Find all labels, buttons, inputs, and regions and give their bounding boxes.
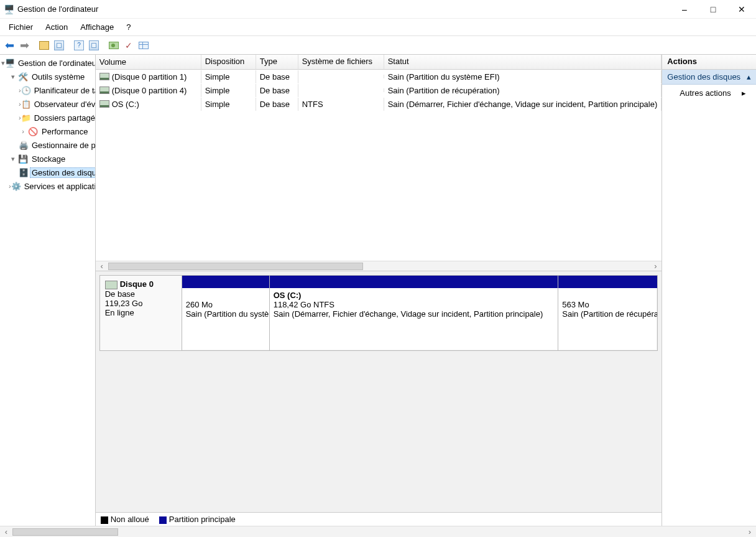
actions-more[interactable]: Autres actions ▸ xyxy=(662,85,756,101)
partition[interactable]: 563 MoSain (Partition de récupération) xyxy=(558,276,657,350)
tree-hscroll[interactable]: ‹› xyxy=(0,526,756,537)
table-row[interactable]: (Disque 0 partition 4)SimpleDe baseSain … xyxy=(96,83,662,97)
col-status[interactable]: Statut xyxy=(384,55,662,69)
disk-info[interactable]: Disque 0 De base 119,23 Go En ligne xyxy=(100,276,182,350)
volume-icon xyxy=(99,73,109,80)
col-dispo[interactable]: Disposition xyxy=(201,55,256,69)
col-type[interactable]: Type xyxy=(256,55,298,69)
tree-scheduler[interactable]: ›🕒Planificateur de tâches xyxy=(0,83,95,97)
center-pane: Volume Disposition Type Système de fichi… xyxy=(96,55,663,526)
disk-type: De base xyxy=(105,289,177,299)
disk-size: 119,23 Go xyxy=(105,299,177,308)
tree-perf-label: Performance xyxy=(40,126,90,137)
window-controls: – □ ✕ xyxy=(670,0,756,19)
help-icon[interactable]: ? xyxy=(72,39,86,52)
tree-root[interactable]: ▾ 🖥️ Gestion de l'ordinateur (local) xyxy=(0,56,95,70)
tree-pane: ▾ 🖥️ Gestion de l'ordinateur (local) ▾ 🛠… xyxy=(0,55,96,526)
disk-row: Disque 0 De base 119,23 Go En ligne 260 … xyxy=(99,275,658,351)
disk-pane: Disque 0 De base 119,23 Go En ligne 260 … xyxy=(96,271,662,512)
disk-icon xyxy=(105,281,118,289)
maximize-button[interactable]: □ xyxy=(699,0,727,19)
legend-primary-label: Partition principale xyxy=(169,515,236,524)
tree-events[interactable]: ›📋Observateur d'événements xyxy=(0,97,95,111)
tree-scheduler-label: Planificateur de tâches xyxy=(32,85,96,96)
refresh-icon[interactable] xyxy=(52,39,66,52)
table-header: Volume Disposition Type Système de fichi… xyxy=(96,55,662,70)
tree-services[interactable]: › ⚙️ Services et applications xyxy=(0,179,95,193)
tree-diskmgmt-label: Gestion des disques xyxy=(30,167,96,178)
legend-primary: Partition principale xyxy=(159,515,236,524)
collapse-icon: ▴ xyxy=(747,72,751,82)
volume-icon xyxy=(99,100,109,108)
menu-action[interactable]: Action xyxy=(39,20,74,34)
legend: Non alloué Partition principale xyxy=(96,512,662,526)
partition[interactable]: 260 MoSain (Partition du système EFI) xyxy=(182,276,269,350)
partition[interactable]: OS (C:)118,42 Go NTFSSain (Démarrer, Fic… xyxy=(269,276,558,350)
tree-events-label: Observateur d'événements xyxy=(32,99,96,110)
tree-diskmgmt[interactable]: 🗄️Gestion des disques xyxy=(0,166,95,179)
tree-storage[interactable]: ▾ 💾 Stockage xyxy=(0,152,95,166)
back-icon[interactable]: ⬅ xyxy=(2,39,16,52)
col-fs[interactable]: Système de fichiers xyxy=(298,55,384,69)
partition-header xyxy=(270,276,558,288)
actions-more-label: Autres actions xyxy=(680,88,731,98)
tree-storage-label: Stockage xyxy=(30,154,67,164)
actions-title: Actions xyxy=(662,55,756,70)
table-hscroll[interactable]: ‹› xyxy=(96,261,662,271)
col-volume[interactable]: Volume xyxy=(96,55,201,69)
menu-view[interactable]: Affichage xyxy=(74,20,120,34)
actions-pane: Actions Gestion des disques ▴ Autres act… xyxy=(662,55,756,526)
disk-state: En ligne xyxy=(105,308,177,317)
minimize-button[interactable]: – xyxy=(670,0,699,19)
tree-services-label: Services et applications xyxy=(22,181,96,192)
tree-shares[interactable]: ›📁Dossiers partagés xyxy=(0,111,95,124)
menu-file[interactable]: Fichier xyxy=(2,20,39,34)
partition-header xyxy=(558,276,657,288)
tree-shares-label: Dossiers partagés xyxy=(32,113,96,123)
check-icon[interactable]: ✓ xyxy=(122,39,136,52)
volume-icon xyxy=(99,86,109,94)
tree-root-label: Gestion de l'ordinateur (local) xyxy=(16,58,96,68)
layout-icon[interactable] xyxy=(137,39,150,52)
main-area: ▾ 🖥️ Gestion de l'ordinateur (local) ▾ 🛠… xyxy=(0,55,756,526)
settings-icon[interactable] xyxy=(107,39,121,52)
tree-devmgr-label: Gestionnaire de périphériques xyxy=(30,140,96,151)
menu-help[interactable]: ? xyxy=(120,20,137,34)
toolbar: ⬅ ➡ ? ✓ xyxy=(0,36,756,55)
table-body: (Disque 0 partition 1)SimpleDe baseSain … xyxy=(96,70,662,261)
legend-unalloc: Non alloué xyxy=(101,515,149,524)
chevron-right-icon: ▸ xyxy=(742,88,746,98)
forward-icon[interactable]: ➡ xyxy=(17,39,31,52)
table-row[interactable]: OS (C:)SimpleDe baseNTFSSain (Démarrer, … xyxy=(96,97,662,111)
volume-table: Volume Disposition Type Système de fichi… xyxy=(96,55,662,271)
tree-tools[interactable]: ▾ 🛠️ Outils système xyxy=(0,70,95,83)
tree-tools-label: Outils système xyxy=(30,72,86,82)
legend-unalloc-label: Non alloué xyxy=(111,515,149,524)
titlebar: 🖥️ Gestion de l'ordinateur – □ ✕ xyxy=(0,0,756,19)
window-title: Gestion de l'ordinateur xyxy=(17,4,670,14)
disk-name: Disque 0 xyxy=(120,279,154,289)
help2-icon[interactable] xyxy=(87,39,101,52)
close-button[interactable]: ✕ xyxy=(727,0,756,19)
app-icon: 🖥️ xyxy=(4,4,14,14)
table-row[interactable]: (Disque 0 partition 1)SimpleDe baseSain … xyxy=(96,70,662,83)
properties-icon[interactable] xyxy=(37,39,51,52)
partition-header xyxy=(182,276,269,288)
tree-devmgr[interactable]: 🖨️Gestionnaire de périphériques xyxy=(0,138,95,152)
actions-group-label: Gestion des disques xyxy=(667,72,740,82)
tree-perf[interactable]: ›🚫Performance xyxy=(0,124,95,138)
disk-partitions: 260 MoSain (Partition du système EFI)OS … xyxy=(182,276,658,350)
actions-group[interactable]: Gestion des disques ▴ xyxy=(662,70,756,85)
menubar: Fichier Action Affichage ? xyxy=(0,19,756,36)
